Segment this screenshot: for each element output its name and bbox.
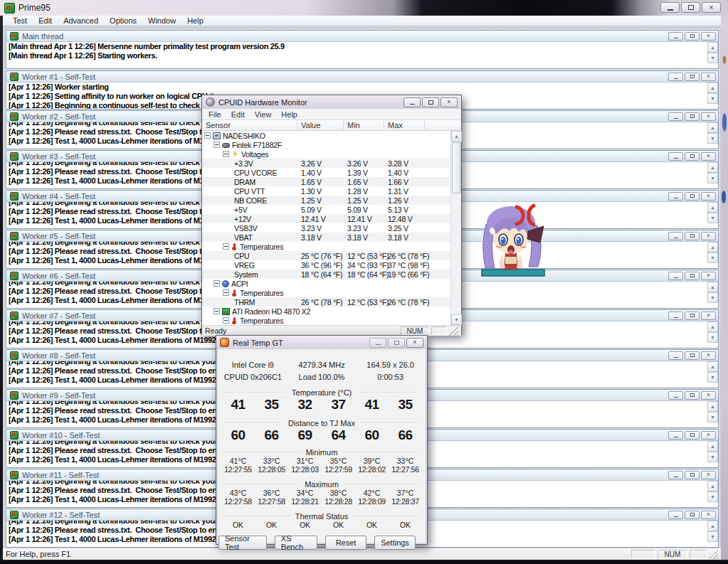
restore-button[interactable] <box>685 391 700 400</box>
menu-test[interactable]: Test <box>7 16 33 25</box>
scroll-up-icon[interactable]: ▲ <box>707 321 718 332</box>
scrollbar[interactable]: ▲ ▼ <box>707 361 718 383</box>
scrollbar[interactable]: ▲ ▼ <box>707 202 718 223</box>
xs-bench-button[interactable]: XS Bench <box>275 536 317 550</box>
minimize-button[interactable] <box>369 338 386 348</box>
close-button[interactable]: × <box>701 272 716 280</box>
tree-collapse-icon[interactable] <box>223 151 229 157</box>
resize-grip[interactable] <box>709 550 718 559</box>
close-button[interactable]: × <box>701 312 716 320</box>
scroll-up-icon[interactable]: ▲ <box>707 282 718 292</box>
restore-button[interactable] <box>685 511 700 519</box>
scrollbar[interactable]: ▲ ▼ <box>707 242 718 263</box>
sensor-table-header[interactable]: Sensor Value Min Max <box>202 120 461 131</box>
tree-collapse-icon[interactable] <box>213 280 220 287</box>
scrollbar[interactable]: ▲ ▼ <box>707 321 718 343</box>
close-button[interactable]: × <box>701 351 716 360</box>
settings-button[interactable]: Settings <box>374 536 416 550</box>
scrollbar[interactable]: ▲ ▼ <box>707 122 718 144</box>
minimize-button[interactable] <box>668 312 683 320</box>
scrollbar[interactable]: ▲ ▼ <box>707 401 718 422</box>
sensor-row[interactable]: CPU VCORE1.40 V1.39 V1.40 V <box>202 168 461 177</box>
scroll-up-icon[interactable]: ▲ <box>707 401 718 412</box>
maximize-button[interactable] <box>422 97 439 107</box>
scroll-up-icon[interactable]: ▲ <box>707 242 718 252</box>
scroll-up-icon[interactable]: ▲ <box>707 441 718 452</box>
minimize-button[interactable] <box>668 32 683 41</box>
scroll-down-icon[interactable]: ▼ <box>707 332 718 343</box>
mdi-child-titlebar[interactable]: Main thread × <box>6 31 718 42</box>
minimize-button[interactable] <box>660 2 680 13</box>
reset-button[interactable]: Reset <box>325 536 366 550</box>
tree-collapse-icon[interactable] <box>223 243 229 250</box>
minimize-button[interactable] <box>403 97 421 107</box>
column-sensor[interactable]: Sensor <box>202 120 297 130</box>
sensor-row[interactable]: Fintek F71882F <box>202 140 461 149</box>
close-button[interactable]: × <box>701 511 716 519</box>
menu-help[interactable]: Help <box>181 16 209 25</box>
scrollbar[interactable]: ▲ ▼ <box>450 131 461 325</box>
minimize-button[interactable] <box>668 112 683 121</box>
sensor-row[interactable]: System18 °C (64 °F)18 °C (64 °F)19 °C (6… <box>202 270 461 279</box>
realtemp-titlebar[interactable]: Real Temp GT × <box>216 336 427 349</box>
close-button[interactable]: × <box>701 112 716 121</box>
sensor-row[interactable]: +12V12.41 V12.41 V12.48 V <box>202 214 461 223</box>
hwm-menu-file[interactable]: File <box>204 110 226 119</box>
sensor-row[interactable]: ACPI <box>202 279 461 288</box>
sensor-row[interactable]: CPU VTT1.30 V1.28 V1.31 V <box>202 186 461 196</box>
scroll-down-icon[interactable]: ▼ <box>707 412 718 422</box>
restore-button[interactable] <box>685 431 700 440</box>
scrollbar[interactable]: ▲ ▼ <box>707 481 718 502</box>
scrollbar[interactable]: ▲ ▼ <box>707 441 718 462</box>
close-button[interactable]: × <box>406 338 423 348</box>
scroll-down-icon[interactable]: ▼ <box>707 452 718 462</box>
maximize-button[interactable] <box>681 2 700 13</box>
column-value[interactable]: Value <box>297 120 344 130</box>
sensor-row[interactable]: DRAM1.65 V1.65 V1.66 V <box>202 177 461 186</box>
tree-collapse-icon[interactable] <box>204 132 211 139</box>
close-button[interactable]: × <box>701 192 716 201</box>
sensor-row[interactable]: ATI Radeon HD 4870 X2 <box>202 307 461 316</box>
sensor-row[interactable]: VBAT3.18 V3.18 V3.18 V <box>202 233 461 242</box>
minimize-button[interactable] <box>668 152 683 161</box>
prime95-titlebar[interactable]: Prime95 × <box>0 0 728 16</box>
sensor-row[interactable]: CPU25 °C (76 °F)12 °C (53 °F)26 °C (78 °… <box>202 251 461 260</box>
restore-button[interactable] <box>685 272 700 280</box>
sensor-row[interactable]: NADESHIKO <box>202 131 461 140</box>
scroll-up-icon[interactable]: ▲ <box>707 521 718 531</box>
sensor-row[interactable]: VREG36 °C (96 °F)34 °C (93 °F)37 °C (98 … <box>202 260 461 270</box>
hwm-menu-help[interactable]: Help <box>276 110 302 119</box>
column-min[interactable]: Min <box>344 120 384 130</box>
hwm-menu-edit[interactable]: Edit <box>226 110 250 119</box>
minimize-button[interactable] <box>668 232 683 240</box>
scroll-up-icon[interactable]: ▲ <box>707 361 718 372</box>
scroll-down-icon[interactable]: ▼ <box>707 53 718 63</box>
scroll-down-icon[interactable]: ▼ <box>707 133 718 144</box>
minimize-button[interactable] <box>668 272 683 280</box>
minimize-button[interactable] <box>668 192 683 201</box>
tree-collapse-icon[interactable] <box>213 308 220 314</box>
sensor-row[interactable]: +3.3V3.26 V3.26 V3.28 V <box>202 159 461 168</box>
close-button[interactable]: × <box>701 32 716 41</box>
resize-grip[interactable] <box>449 326 458 336</box>
scroll-down-icon[interactable]: ▼ <box>707 213 718 223</box>
scroll-up-icon[interactable]: ▲ <box>451 131 462 142</box>
scroll-down-icon[interactable]: ▼ <box>707 292 718 303</box>
menu-edit[interactable]: Edit <box>33 16 58 25</box>
close-button[interactable]: × <box>701 391 716 400</box>
tree-collapse-icon[interactable] <box>223 289 229 296</box>
scrollbar[interactable]: ▲ ▼ <box>707 83 718 104</box>
scrollbar[interactable]: ▲ ▼ <box>707 282 718 303</box>
close-button[interactable]: × <box>702 2 721 13</box>
scroll-up-icon[interactable]: ▲ <box>707 83 718 93</box>
sensor-row[interactable]: Temperatures <box>202 288 461 297</box>
restore-button[interactable] <box>685 351 700 360</box>
column-max[interactable]: Max <box>384 120 425 130</box>
scroll-down-icon[interactable]: ▼ <box>707 93 718 104</box>
hwm-menu-view[interactable]: View <box>250 110 277 119</box>
scroll-down-icon[interactable]: ▼ <box>451 314 462 325</box>
scroll-up-icon[interactable]: ▲ <box>707 122 718 133</box>
restore-button[interactable] <box>685 32 700 41</box>
close-button[interactable]: × <box>701 73 716 81</box>
sensor-row[interactable]: VSB3V3.23 V3.23 V3.25 V <box>202 223 461 233</box>
